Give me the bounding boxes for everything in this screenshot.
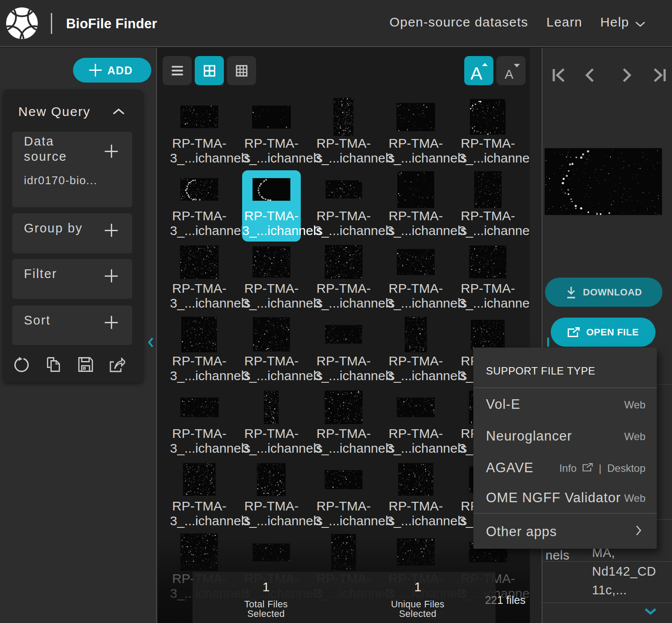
svg-text:A: A	[470, 63, 482, 81]
svg-text:A: A	[504, 67, 513, 80]
